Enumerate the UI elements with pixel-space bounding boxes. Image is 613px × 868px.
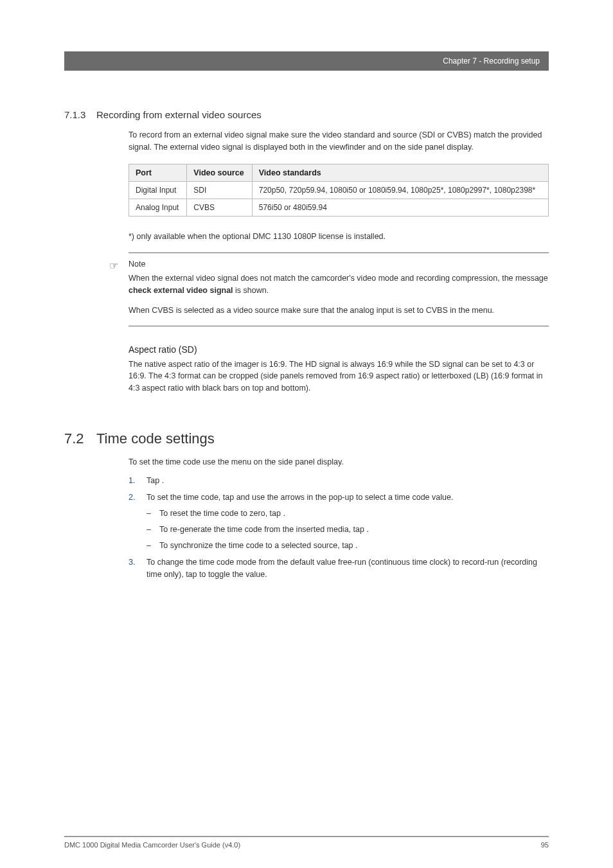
step-2a: To set the time code, tap xyxy=(147,493,236,502)
sub-a: To reset the time code to zero, tap xyxy=(159,509,283,518)
cell: 720p50, 720p59.94, 1080i50 or 1080i59.94… xyxy=(252,181,548,199)
cell: Analog Input xyxy=(129,199,187,216)
step-1a: Tap xyxy=(147,476,162,485)
section-title: Recording from external video sources xyxy=(96,109,262,120)
chapter-title: Chapter 7 - Recording setup xyxy=(443,57,540,66)
video-standards-table: Port Video source Video standards Digita… xyxy=(129,164,549,217)
step-3b: to toggle the value. xyxy=(199,570,267,579)
note-text-1b: is shown. xyxy=(233,286,269,295)
note-block: ☞ Note When the external video signal do… xyxy=(129,252,549,326)
chapter-header: Chapter 7 - Recording setup xyxy=(64,51,549,71)
aspect-heading: Aspect ratio (SD) xyxy=(129,344,549,355)
sub-b: . xyxy=(355,541,357,550)
sub-b: . xyxy=(283,509,285,518)
section-72-heading: 7.2 Time code settings xyxy=(64,430,549,447)
page-footer: DMC 1000 Digital Media Camcorder User's … xyxy=(64,836,549,849)
section-713-intro: To record from an external video signal … xyxy=(129,129,549,154)
footer-page-number: 95 xyxy=(541,841,549,849)
sub-a: To re-generate the time code from the in… xyxy=(159,525,366,534)
note-text-2b: menu. xyxy=(472,306,494,315)
intro-b: menu on the side panel display. xyxy=(231,457,344,466)
step-2-sublist: To reset the time code to zero, tap . To… xyxy=(147,508,549,551)
th-standards: Video standards xyxy=(252,164,548,181)
cell: Digital Input xyxy=(129,181,187,199)
section-713-heading: 7.1.3 Recording from external video sour… xyxy=(64,109,549,120)
section-title: Time code settings xyxy=(96,430,215,447)
step-1: Tap . xyxy=(129,475,549,487)
note-text-1a: When the external video signal does not … xyxy=(129,274,548,283)
step-1b: . xyxy=(162,476,164,485)
section-72-intro: To set the time code use the menu on the… xyxy=(129,456,549,468)
sub-item: To reset the time code to zero, tap . xyxy=(147,508,549,520)
table-header-row: Port Video source Video standards xyxy=(129,164,549,181)
aspect-text: The native aspect ratio of the imager is… xyxy=(129,359,549,394)
intro-a: To set the time code use the xyxy=(129,457,231,466)
table-footnote: *) only available when the optional DMC … xyxy=(129,231,549,243)
section-number: 7.1.3 xyxy=(64,109,96,120)
sub-a: To synchronize the time code to a select… xyxy=(159,541,355,550)
step-3: To change the time code mode from the de… xyxy=(129,556,549,581)
sub-b: . xyxy=(366,525,368,534)
th-port: Port xyxy=(129,164,187,181)
table-row: Digital Input SDI 720p50, 720p59.94, 108… xyxy=(129,181,549,199)
section-number: 7.2 xyxy=(64,430,96,447)
cell: SDI xyxy=(187,181,252,199)
note-text-1-bold: check external video signal xyxy=(129,286,233,295)
table-row: Analog Input CVBS 576i50 or 480i59.94 xyxy=(129,199,549,216)
note-text-1: When the external video signal does not … xyxy=(129,272,549,297)
steps-list: Tap . To set the time code, tap and use … xyxy=(129,475,549,581)
footer-doc-title: DMC 1000 Digital Media Camcorder User's … xyxy=(64,841,240,849)
cell: CVBS xyxy=(187,199,252,216)
th-source: Video source xyxy=(187,164,252,181)
note-icon: ☞ xyxy=(109,260,118,272)
note-label: Note xyxy=(129,260,549,269)
cell: 576i50 or 480i59.94 xyxy=(252,199,548,216)
sub-item: To re-generate the time code from the in… xyxy=(147,524,549,536)
note-text-2a: When CVBS is selected as a video source … xyxy=(129,306,472,315)
step-2: To set the time code, tap and use the ar… xyxy=(129,492,549,551)
note-text-2: When CVBS is selected as a video source … xyxy=(129,305,549,317)
step-2b: and use the arrows in the pop-up to sele… xyxy=(236,493,454,502)
sub-item: To synchronize the time code to a select… xyxy=(147,540,549,552)
